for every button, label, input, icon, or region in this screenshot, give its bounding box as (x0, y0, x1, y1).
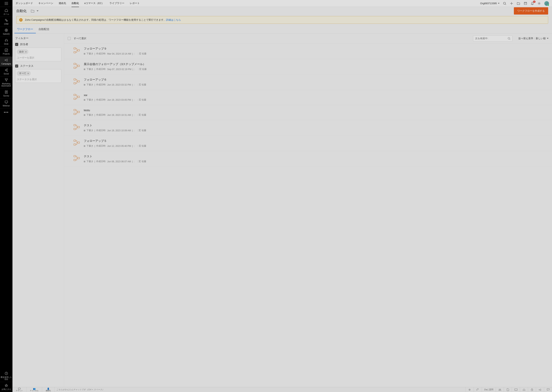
bb-item-0[interactable]: 💬 チャット (13, 387, 26, 392)
workflow-item[interactable]: フォローアップ６ 下書き | 作成日時: Jun 19, 2023 03:32 … (64, 74, 552, 90)
sort-selector[interactable]: 並べ替え基準 : 新しい順 (518, 37, 549, 40)
workflow-title: 展示会後のフォローアップ（3ステップメール） (84, 63, 549, 66)
filter-checkbox[interactable]: ✓ (15, 43, 18, 46)
workflow-meta: 下書き | 作成日時: Jun 06, 2023 06:07 AM |: : 宏… (84, 160, 549, 163)
svg-rect-44 (515, 389, 517, 391)
bb-headset[interactable] (520, 387, 528, 392)
status-label: 下書き (87, 144, 93, 147)
rail-item-campaigns[interactable]: Campaigns (0, 57, 13, 67)
search-input[interactable] (475, 37, 508, 40)
workflow-icon (73, 155, 80, 162)
search-button[interactable] (503, 2, 506, 5)
svg-point-6 (5, 70, 6, 70)
rail-item-survey[interactable]: Survey (0, 89, 13, 98)
folder-select[interactable] (31, 10, 34, 13)
sub-tab-1[interactable]: 自動配信 (36, 26, 52, 33)
headset-icon (4, 38, 8, 42)
bb-item-1[interactable]: 👥 チャンネル (26, 387, 42, 392)
zia-button[interactable]: Ziaに質問 (482, 387, 496, 392)
sub-tab-0[interactable]: ワークフロー (14, 26, 36, 33)
svg-point-43 (500, 389, 501, 390)
svg-rect-21 (74, 67, 76, 69)
filter-chipbox[interactable]: すべて✕ ステータスを選択 (15, 69, 61, 83)
workflow-item[interactable]: フォローアップ５ 下書き | 作成日時: Jun 12, 2023 05:40 … (64, 136, 552, 151)
svg-point-4 (6, 30, 7, 30)
created-by: : 宏 佐藤 (138, 160, 146, 163)
nav-tab-4[interactable]: eコマース（EC） (84, 0, 104, 7)
rail-item-social[interactable]: Social (0, 67, 13, 77)
select-all-checkbox[interactable] (68, 37, 71, 40)
create-button[interactable] (510, 2, 513, 5)
rail-item-projects[interactable]: Projects (0, 47, 13, 57)
workflow-title: テスト (84, 124, 549, 127)
workflow-item[interactable]: 展示会後のフォローアップ（3ステップメール） 下書き | 作成日時: Sep 0… (64, 59, 552, 74)
workflow-title: testu (84, 109, 549, 112)
create-workflow-button[interactable]: ワークフローを作成する (514, 7, 548, 14)
nav-tab-2[interactable]: 連絡先 (59, 0, 66, 7)
list-toolbar: すべて選択 並べ替え基準 : 新しい順 (64, 34, 552, 43)
workflow-item[interactable]: フォローアップ９ 下書き | 作成日時: Mar 04, 2024 10:14 … (64, 43, 552, 59)
rail-item-crm[interactable]: CRM (0, 17, 13, 27)
rail-more[interactable]: ••• (0, 109, 13, 116)
bb-item-2[interactable]: 👤 連絡先 (42, 387, 54, 392)
rail-item-salesiq[interactable]: SalesIQ (0, 27, 13, 37)
folder-button[interactable] (517, 2, 520, 5)
rail-item-label: Webinar (3, 105, 10, 107)
bb-tools[interactable] (474, 387, 482, 392)
hamburger-icon (5, 2, 8, 5)
nav-tab-0[interactable]: ダッシュボード (15, 0, 33, 7)
notifications-button[interactable]: 5 (530, 2, 534, 5)
calendar-button[interactable] (524, 2, 527, 5)
bb-announce[interactable] (536, 387, 544, 392)
svg-rect-35 (78, 142, 80, 143)
rail-item-clock-icon[interactable]: 最近使用した項目 (0, 370, 13, 382)
rail-item-label: Marketing Automation (0, 83, 12, 87)
bb-timer[interactable] (528, 387, 536, 392)
folder-dropdown[interactable] (36, 10, 38, 12)
list-search[interactable] (473, 35, 513, 42)
settings-button[interactable] (537, 2, 541, 5)
notice-link[interactable]: 詳細はこちら (166, 18, 181, 22)
bb-record[interactable] (465, 387, 474, 392)
rail-collapse-toggle[interactable] (0, 0, 13, 7)
nav-tab-1[interactable]: キャンペーン (38, 0, 53, 7)
filter-checkbox[interactable]: ✓ (15, 64, 18, 68)
workflow-meta: 下書き | 作成日時: Jun 12, 2023 05:40 PM |: : 宏… (84, 144, 549, 147)
chip-remove[interactable]: ✕ (27, 72, 29, 75)
notif-badge: 5 (533, 0, 536, 3)
workflow-meta: 下書き | 作成日時: Jun 19, 2023 10:09 AM |: : 宏… (84, 129, 549, 132)
workflow-item[interactable]: テスト 下書き | 作成日時: Jun 19, 2023 10:09 AM |:… (64, 120, 552, 136)
nav-tab-3[interactable]: 自動化 (72, 0, 79, 7)
sub-tabs: ワークフロー自動配信 (13, 26, 552, 34)
status-dot (84, 145, 85, 147)
workflow-meta: 下書き | 作成日時: Sep 07, 2023 02:19 PM |: : 宏… (84, 68, 549, 71)
svg-rect-18 (74, 51, 76, 53)
org-selector[interactable]: Org693713395 (480, 2, 500, 5)
status-dot (84, 114, 85, 116)
chat-icon (547, 388, 550, 391)
bb-feedback[interactable] (544, 387, 552, 392)
bb-doc[interactable] (504, 387, 512, 392)
status-label: 下書き (87, 129, 93, 132)
bb-screen[interactable] (512, 387, 520, 392)
workflow-item[interactable]: testu 下書き | 作成日時: Jun 19, 2023 10:31 AM … (64, 105, 552, 120)
status-dot (84, 53, 85, 55)
workflow-item[interactable]: テスト 下書き | 作成日時: Jun 06, 2023 06:07 AM |:… (64, 151, 552, 167)
chevron-down-icon (36, 10, 38, 12)
workflow-item[interactable]: xw 下書き | 作成日時: Jun 19, 2023 03:05 PM |: … (64, 90, 552, 105)
chip-remove[interactable]: ✕ (25, 50, 27, 53)
rail-item-ホーム[interactable]: ホーム (0, 7, 13, 17)
quick-chat-input[interactable]: こちらがかんたんチャットです（Ctrl + スペース） (54, 388, 465, 391)
nav-tab-6[interactable]: レポート (130, 0, 140, 7)
status-label: 下書き (87, 68, 93, 71)
bb-people[interactable] (496, 387, 504, 392)
filter-chipbox[interactable]: 自分✕ ユーザーを選択 (15, 48, 61, 61)
bb-item-icon: 👥 (33, 388, 36, 390)
status-label: 下書き (87, 83, 93, 86)
rail-item-desk[interactable]: Desk (0, 37, 13, 47)
rail-item-webinar[interactable]: Webinar (0, 98, 13, 109)
rail-item-star-icon[interactable]: お気に入り (0, 382, 13, 392)
user-avatar[interactable] (544, 1, 549, 6)
nav-tab-5[interactable]: ライブラリー (109, 0, 124, 7)
rail-item-marketing-automation[interactable]: Marketing Automation (0, 77, 13, 89)
